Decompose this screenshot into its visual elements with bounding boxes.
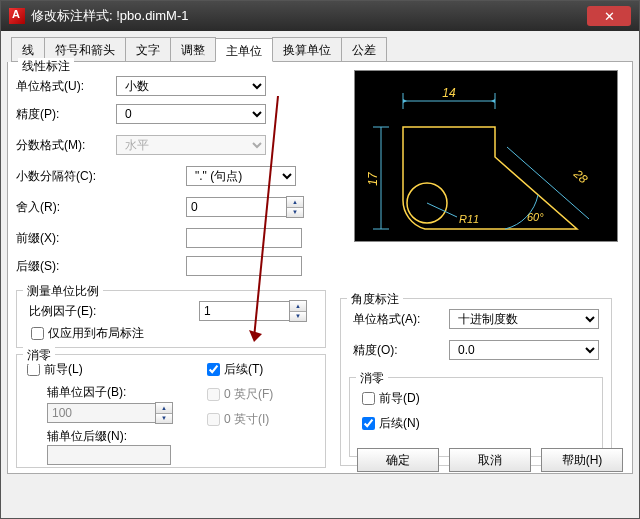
tab-primary-units[interactable]: 主单位 [215, 38, 273, 62]
round-label: 舍入(R): [12, 199, 116, 216]
cancel-button[interactable]: 取消 [449, 448, 531, 472]
unit-format-combo[interactable]: 小数 [116, 76, 266, 96]
layout-only-check[interactable]: 仅应用到布局标注 [17, 325, 325, 342]
tab-alt-units[interactable]: 换算单位 [272, 37, 342, 61]
svg-line-7 [427, 203, 457, 217]
subfactor-label: 辅单位因子(B): [27, 384, 157, 401]
angle-unit-combo[interactable]: 十进制度数 [449, 309, 599, 329]
precision-combo[interactable]: 0 [116, 104, 266, 124]
dialog-window: 修改标注样式: !pbo.dimM-1 ✕ 线 符号和箭头 文字 调整 主单位 … [0, 0, 640, 519]
scale-factor-label: 比例因子(E): [25, 303, 199, 320]
spin-down-icon[interactable]: ▼ [287, 208, 303, 218]
angle-leading-checkbox[interactable] [362, 392, 375, 405]
group-angle-label: 角度标注 [347, 291, 403, 308]
trailing-check[interactable]: 后续(T) [207, 361, 273, 378]
scale-factor-spinner[interactable]: ▲▼ [199, 300, 307, 322]
suffix-label: 后缀(S): [12, 258, 116, 275]
precision-label: 精度(P): [12, 106, 116, 123]
group-zero-label: 消零 [23, 347, 55, 364]
inches-checkbox [207, 413, 220, 426]
prefix-input[interactable] [186, 228, 302, 248]
angle-leading-check[interactable]: 前导(D) [362, 390, 602, 407]
feet-check: 0 英尺(F) [207, 386, 273, 403]
spin-down-icon[interactable]: ▼ [290, 312, 306, 322]
suffix-input[interactable] [186, 256, 302, 276]
tab-panel: 14 17 R11 60° 28 [7, 62, 633, 474]
fraction-format-label: 分数格式(M): [12, 137, 116, 154]
close-button[interactable]: ✕ [587, 6, 631, 26]
round-input[interactable] [186, 197, 286, 217]
subfactor-spinner: ▲▼ [47, 402, 207, 424]
preview-drawing: 14 17 R11 60° 28 [355, 71, 617, 241]
dim-diag: 28 [570, 166, 590, 186]
help-button[interactable]: 帮助(H) [541, 448, 623, 472]
decimal-sep-label: 小数分隔符(C): [12, 168, 116, 185]
decimal-sep-combo[interactable]: "." (句点) [186, 166, 296, 186]
leading-checkbox[interactable] [27, 363, 40, 376]
angle-trailing-checkbox[interactable] [362, 417, 375, 430]
dim-h: 14 [442, 86, 456, 100]
angle-precision-combo[interactable]: 0.0 [449, 340, 599, 360]
svg-line-8 [507, 147, 589, 219]
tab-tolerance[interactable]: 公差 [341, 37, 387, 61]
preview-pane: 14 17 R11 60° 28 [354, 70, 618, 242]
subfactor-input [47, 403, 155, 423]
spin-up-icon[interactable]: ▲ [287, 197, 303, 208]
group-linear: 线性标注 单位格式(U): 小数 精度(P): 0 分数格式(M): 水平 小数… [12, 66, 332, 286]
feet-checkbox [207, 388, 220, 401]
group-angle-zero-label: 消零 [356, 370, 388, 387]
window-title: 修改标注样式: !pbo.dimM-1 [31, 7, 587, 25]
angle-unit-label: 单位格式(A): [349, 311, 449, 328]
ok-button[interactable]: 确定 [357, 448, 439, 472]
fraction-format-combo: 水平 [116, 135, 266, 155]
inches-check: 0 英寸(I) [207, 411, 273, 428]
group-scale-label: 测量单位比例 [23, 283, 103, 300]
dialog-body: 线 符号和箭头 文字 调整 主单位 换算单位 公差 [1, 31, 639, 480]
tab-fit[interactable]: 调整 [170, 37, 216, 61]
button-bar: 确定 取消 帮助(H) [1, 442, 639, 478]
group-linear-label: 线性标注 [18, 58, 74, 75]
dim-v: 17 [366, 171, 380, 186]
angle-precision-label: 精度(O): [349, 342, 449, 359]
layout-only-checkbox[interactable] [31, 327, 44, 340]
tab-strip: 线 符号和箭头 文字 调整 主单位 换算单位 公差 [11, 37, 633, 62]
unit-format-label: 单位格式(U): [12, 78, 116, 95]
group-scale: 测量单位比例 比例因子(E): ▲▼ 仅应用到布局标注 [16, 290, 326, 348]
titlebar: 修改标注样式: !pbo.dimM-1 ✕ [1, 1, 639, 31]
angle-trailing-check[interactable]: 后续(N) [362, 415, 602, 432]
scale-factor-input[interactable] [199, 301, 289, 321]
spin-up-icon[interactable]: ▲ [290, 301, 306, 312]
round-spinner[interactable]: ▲▼ [186, 196, 304, 218]
dim-angle: 60° [527, 211, 544, 223]
dim-r: R11 [459, 213, 479, 225]
prefix-label: 前缀(X): [12, 230, 116, 247]
trailing-checkbox[interactable] [207, 363, 220, 376]
app-icon [9, 8, 25, 24]
tab-text[interactable]: 文字 [125, 37, 171, 61]
group-angle: 角度标注 单位格式(A): 十进制度数 精度(O): 0.0 消零 前导(D) [340, 298, 612, 466]
